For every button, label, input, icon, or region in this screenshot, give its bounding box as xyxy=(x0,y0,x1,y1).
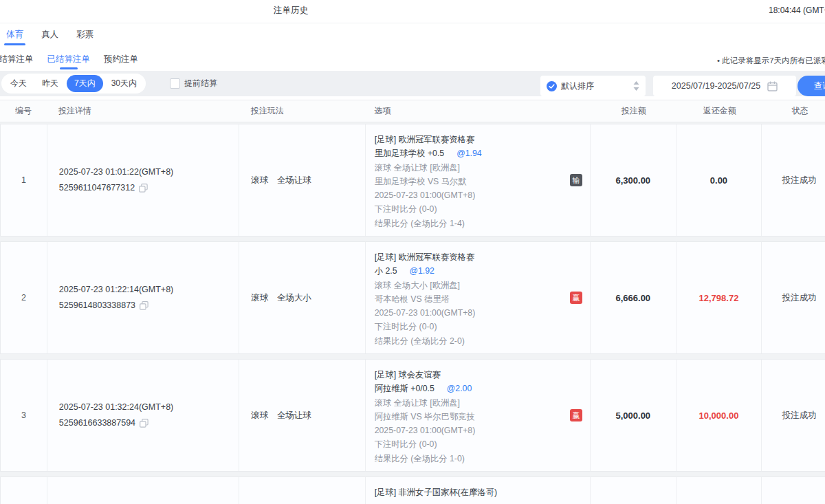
stake-amount-cell: 5,000.00 xyxy=(591,360,676,471)
selection-result: 结果比分 (全场比分 2-0) xyxy=(375,334,562,348)
order-id: 5259611047677312 xyxy=(59,180,135,196)
subtab-unsettled[interactable]: 未结算注单 xyxy=(0,48,34,71)
col-header-stake: 投注额 xyxy=(591,105,676,117)
bet-time: 2025-07-23 01:32:24(GMT+8) xyxy=(59,399,239,415)
bet-number-cell: 3 xyxy=(1,360,47,471)
bet-details-cell: 2025-07-23 01:22:14(GMT+8) 5259614803338… xyxy=(47,242,239,353)
sorter-arrows-icon xyxy=(633,81,639,91)
selection-match-time: 2025-07-23 01:00(GMT+8) xyxy=(375,188,562,202)
sort-select[interactable]: 默认排序 xyxy=(540,76,646,96)
selection-pick: 里加足球学校 +0.5 xyxy=(375,149,444,158)
status-cell: 投注成功 xyxy=(762,242,825,353)
sub-tabs: 未结算注单 已结算注单 预约注单 xyxy=(0,48,138,71)
bet-play-cell: 滚球 全场大小 xyxy=(239,242,366,353)
selection-pick: 小 2.5 xyxy=(375,266,397,276)
bet-number-cell xyxy=(1,477,47,504)
early-settle-checkbox[interactable] xyxy=(170,78,180,89)
col-header-status: 状态 xyxy=(762,105,825,117)
range-30days[interactable]: 30天内 xyxy=(104,74,144,94)
selection-match-time: 2025-07-23 01:00(GMT+8) xyxy=(375,424,562,437)
selection-result: 结果比分 (全场比分 1-4) xyxy=(375,217,562,230)
selection-market: 滚球 全场让球 [欧洲盘] xyxy=(375,396,562,410)
table-row: [足球] 非洲女子国家杯(在摩洛哥) xyxy=(0,476,825,504)
bet-details-cell: 2025-07-23 01:01:22(GMT+8) 5259611047677… xyxy=(47,124,239,236)
copy-icon[interactable] xyxy=(139,184,148,193)
bet-time: 2025-07-23 01:01:22(GMT+8) xyxy=(59,164,239,180)
selection-pick-line xyxy=(375,499,562,504)
page-title: 注单历史 xyxy=(274,5,308,17)
selection-result: 结果比分 (全场比分 1-0) xyxy=(375,452,562,465)
tab-live[interactable]: 真人 xyxy=(39,23,60,46)
bet-selection-cell: [足球] 非洲女子国家杯(在摩洛哥) xyxy=(366,477,591,504)
range-today[interactable]: 今天 xyxy=(3,74,34,94)
col-header-details: 投注详情 xyxy=(47,105,239,117)
category-tabs: 体育 真人 彩票 xyxy=(0,23,96,46)
range-7days[interactable]: 7天内 xyxy=(67,75,103,92)
order-id: 5259614803338873 xyxy=(59,298,135,314)
outcome-badge: 赢 xyxy=(570,292,582,304)
filter-bar: 今天 昨天 7天内 30天内 提前结算 默认排序 2025/07/19-2025… xyxy=(0,71,825,96)
early-settle-option[interactable]: 提前结算 xyxy=(170,78,217,89)
selection-match: 哥本哈根 VS 德里塔 xyxy=(375,292,562,306)
status-cell: 投注成功 xyxy=(762,124,825,236)
bet-play-cell xyxy=(239,477,366,504)
date-range-value: 2025/07/19-2025/07/25 xyxy=(672,81,760,91)
selection-league: [足球] 球会友谊赛 xyxy=(375,368,562,382)
order-id: 5259616633887594 xyxy=(59,415,135,431)
bet-details-cell: 2025-07-23 01:32:24(GMT+8) 5259616633887… xyxy=(47,360,239,471)
selection-match: 阿拉维斯 VS 毕尔巴鄂竞技 xyxy=(375,410,562,424)
selection-odds: @1.94 xyxy=(456,149,481,158)
selection-odds: @1.92 xyxy=(410,266,434,276)
calendar-icon xyxy=(767,81,778,91)
search-button[interactable]: 查询 xyxy=(798,76,825,96)
subtab-settled[interactable]: 已结算注单 xyxy=(47,48,91,71)
return-amount-cell: 10,000.00 xyxy=(676,360,762,471)
col-header-number: 编号 xyxy=(0,105,47,117)
stake-amount-cell xyxy=(591,477,676,504)
bet-time: 2025-07-23 01:22:14(GMT+8) xyxy=(59,282,239,298)
selection-match: 里加足球学校 VS 马尔默 xyxy=(375,175,562,188)
record-notice: • 此记录将显示7天内所有已派彩的 xyxy=(717,56,825,66)
return-amount-cell xyxy=(676,477,762,504)
selection-league: [足球] 欧洲冠军联赛资格赛 xyxy=(375,250,562,264)
selection-score-at-bet: 下注时比分 (0-0) xyxy=(375,202,562,216)
bets-table: 编号 投注详情 投注玩法 选项 投注额 返还金额 状态 1 2025-07-23… xyxy=(0,100,825,504)
status-cell: 投注成功 xyxy=(762,360,825,471)
bet-number-cell: 1 xyxy=(1,124,47,236)
bet-selection-cell: [足球] 欧洲冠军联赛资格赛 里加足球学校 +0.5@1.94 滚球 全场让球 … xyxy=(366,124,591,236)
col-header-return: 返还金额 xyxy=(676,105,762,117)
title-bar: 注单历史 18:04:44 (GMT+8) xyxy=(0,0,825,23)
selection-match-time: 2025-07-23 01:00(GMT+8) xyxy=(375,306,562,320)
table-row: 3 2025-07-23 01:32:24(GMT+8) 52596166338… xyxy=(0,359,825,472)
col-header-selection: 选项 xyxy=(366,105,591,117)
selection-pick-line: 小 2.5@1.92 xyxy=(375,264,562,278)
selection-odds: @2.00 xyxy=(447,384,472,393)
table-header-row: 编号 投注详情 投注玩法 选项 投注额 返还金额 状态 xyxy=(0,100,825,122)
bet-number-cell: 2 xyxy=(1,242,47,353)
table-body: 1 2025-07-23 01:01:22(GMT+8) 52596110476… xyxy=(0,124,825,504)
copy-icon[interactable] xyxy=(140,419,148,428)
selection-pick-line: 阿拉维斯 +0/0.5@2.00 xyxy=(375,382,562,395)
bet-play-cell: 滚球 全场让球 xyxy=(239,360,366,471)
outcome-badge: 赢 xyxy=(570,409,582,421)
tab-sports[interactable]: 体育 xyxy=(4,23,25,46)
subtab-reserved[interactable]: 预约注单 xyxy=(104,48,138,71)
status-cell xyxy=(762,477,825,504)
selection-market: 滚球 全场大小 [欧洲盘] xyxy=(375,278,562,292)
tab-lottery[interactable]: 彩票 xyxy=(74,23,96,46)
date-range-picker[interactable]: 2025/07/19-2025/07/25 xyxy=(653,76,796,96)
copy-icon[interactable] xyxy=(140,301,148,310)
selection-pick-line: 里加足球学校 +0.5@1.94 xyxy=(375,146,562,160)
table-row: 2 2025-07-23 01:22:14(GMT+8) 52596148033… xyxy=(0,241,825,354)
bet-selection-cell: [足球] 球会友谊赛 阿拉维斯 +0/0.5@2.00 滚球 全场让球 [欧洲盘… xyxy=(366,360,591,471)
range-yesterday[interactable]: 昨天 xyxy=(34,74,66,94)
selection-score-at-bet: 下注时比分 (0-0) xyxy=(375,320,562,333)
selection-pick: 阿拉维斯 +0/0.5 xyxy=(375,384,434,393)
bet-selection-cell: [足球] 欧洲冠军联赛资格赛 小 2.5@1.92 滚球 全场大小 [欧洲盘] … xyxy=(366,242,591,353)
table-row: 1 2025-07-23 01:01:22(GMT+8) 52596110476… xyxy=(0,124,825,237)
bet-play-cell: 滚球 全场让球 xyxy=(239,124,366,236)
stake-amount-cell: 6,300.00 xyxy=(591,124,676,236)
sort-selected-value: 默认排序 xyxy=(561,80,633,92)
check-circle-icon xyxy=(547,81,557,91)
early-settle-label: 提前结算 xyxy=(184,78,217,89)
